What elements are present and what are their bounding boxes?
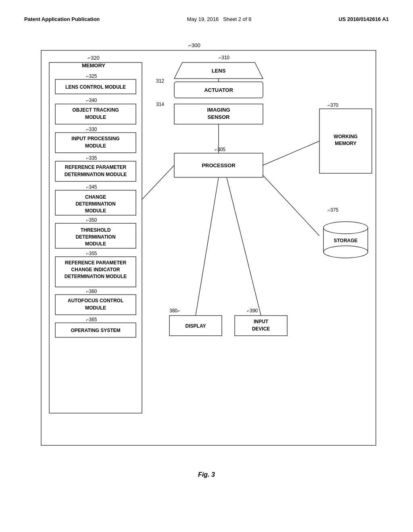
input-proc-line2: MODULE: [85, 143, 106, 149]
svg-line-26: [142, 165, 174, 200]
object-tracking-line1: OBJECT TRACKING: [72, 107, 119, 113]
object-tracking-line2: MODULE: [85, 114, 106, 120]
lens-label: LENS: [212, 68, 226, 74]
threshold-line1: THRESHOLD: [81, 227, 111, 233]
input-device-line1: INPUT: [254, 319, 269, 324]
header-center: May 19, 2016 Sheet 2 of 8: [187, 16, 252, 22]
change-det-line3: MODULE: [85, 208, 106, 214]
diagram-svg: ⌐300 ⌐320 MEMORY ⌐325 LENS CONTROL MODUL…: [29, 38, 384, 461]
ref-312: 312: [156, 78, 164, 84]
ref-335: ⌐335: [86, 155, 97, 161]
ref-355: ⌐355: [86, 251, 97, 256]
change-det-line1: CHANGE: [85, 194, 106, 200]
ref-param-line1: REFERENCE PARAMETER: [65, 164, 127, 170]
ref-360: ⌐360: [86, 289, 97, 294]
ref-314: 314: [156, 102, 164, 107]
svg-line-16: [263, 141, 319, 165]
processor-label: PROCESSOR: [202, 162, 236, 168]
ref-change-ind-line1: REFERENCE PARAMETER: [65, 260, 127, 266]
working-mem-line1: WORKING: [334, 134, 357, 139]
input-proc-line1: INPUT PROCESSING: [71, 136, 119, 141]
svg-line-25: [227, 177, 261, 316]
lens-control-label: LENS CONTROL MODULE: [65, 84, 126, 90]
ref-310: ⌐310: [219, 55, 229, 60]
input-device-line2: DEVICE: [252, 326, 270, 332]
storage-label: STORAGE: [334, 238, 357, 243]
header-date: May 19, 2016: [187, 16, 219, 22]
svg-line-21: [263, 175, 319, 236]
ref-325: ⌐325: [86, 73, 97, 79]
imaging-sensor-line1: IMAGING: [207, 107, 230, 113]
ref-300: ⌐300: [188, 42, 200, 48]
ref-365: ⌐365: [86, 317, 97, 322]
display-label: DISPLAY: [186, 323, 206, 329]
header: Patent Application Publication May 19, 2…: [24, 16, 389, 22]
ref-350: ⌐350: [86, 217, 97, 223]
svg-line-24: [196, 177, 219, 316]
header-right: US 2016/0142616 A1: [338, 16, 389, 22]
header-left: Patent Application Publication: [24, 16, 100, 22]
ref-380: 380⌐: [169, 308, 180, 314]
autofocus-line2: MODULE: [85, 305, 106, 311]
ref-345: ⌐345: [86, 184, 97, 190]
working-mem-line2: MEMORY: [335, 141, 357, 146]
ref-390: ⌐390: [247, 308, 258, 314]
threshold-line3: MODULE: [85, 241, 106, 247]
svg-point-17: [323, 222, 368, 234]
os-label: OPERATING SYSTEM: [71, 328, 120, 333]
diagram-container: ⌐300 ⌐320 MEMORY ⌐325 LENS CONTROL MODUL…: [29, 38, 384, 463]
change-det-line2: DETERMINATION: [75, 201, 115, 207]
autofocus-line1: AUTOFOCUS CONTROL: [68, 298, 123, 303]
memory-label: MEMORY: [82, 62, 105, 69]
ref-370: ⌐370: [327, 102, 338, 108]
svg-point-20: [323, 246, 368, 258]
imaging-sensor-line2: SENSOR: [208, 114, 230, 120]
ref-340: ⌐340: [86, 98, 97, 103]
ref-375: ⌐375: [327, 207, 338, 213]
ref-330: ⌐330: [86, 127, 97, 132]
ref-320: ⌐320: [88, 55, 99, 61]
figure-label: Fig. 3: [24, 471, 389, 478]
page: Patent Application Publication May 19, 2…: [0, 0, 413, 532]
threshold-line2: DETERMINATION: [75, 234, 115, 240]
ref-change-ind-line3: DETERMINATION MODULE: [65, 274, 127, 279]
header-sheet: Sheet 2 of 8: [223, 16, 251, 22]
ref-305: ⌐305: [215, 147, 225, 152]
actuator-label: ACTUATOR: [204, 87, 233, 93]
ref-param-line2: DETERMINATION MODULE: [65, 172, 127, 177]
ref-change-ind-line2: CHANGE INDICATOR: [71, 267, 120, 272]
